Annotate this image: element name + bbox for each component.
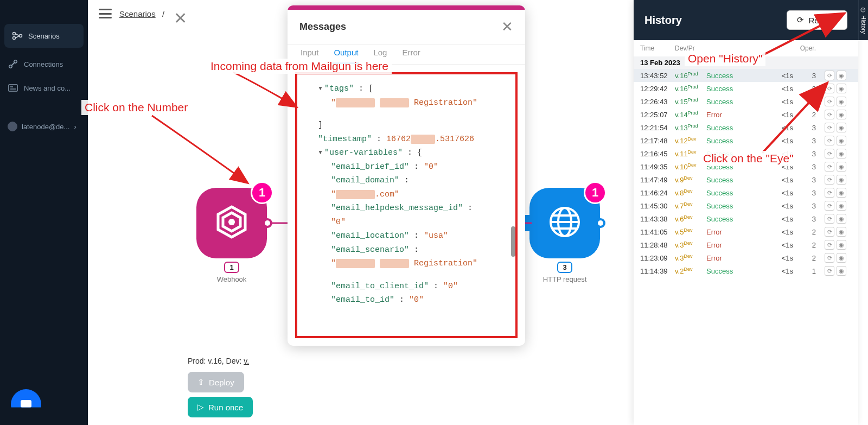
history-rows: 13:43:52v.16ProdSuccess<1s3⟳◉12:29:42v.1… xyxy=(634,69,858,277)
run-once-button[interactable]: ▷ Run once xyxy=(188,397,253,417)
history-row[interactable]: 11:23:09v.3DevError<1s2⟳◉ xyxy=(634,251,858,264)
sidebar-item-scenarios[interactable]: Scenarios xyxy=(4,24,84,48)
history-row[interactable]: 12:21:54v.13ProdSuccess<1s3⟳◉ xyxy=(634,121,858,134)
rerun-icon[interactable]: ⟳ xyxy=(825,266,834,276)
row-duration: <1s xyxy=(769,202,793,210)
row-duration: <1s xyxy=(769,228,793,236)
rerun-icon[interactable]: ⟳ xyxy=(825,136,834,145)
row-duration: <1s xyxy=(769,241,793,249)
rerun-icon[interactable]: ⟳ xyxy=(825,240,834,250)
row-version: v.16Prod xyxy=(675,71,706,80)
node-port-out[interactable] xyxy=(596,218,605,228)
node-label: Webhook xyxy=(196,275,267,283)
sidebar-item-label: Connections xyxy=(24,60,63,68)
row-status: Error xyxy=(706,228,769,236)
news-icon xyxy=(8,83,18,93)
rerun-icon[interactable]: ⟳ xyxy=(825,188,834,198)
eye-icon[interactable]: ◉ xyxy=(837,123,846,132)
eye-icon[interactable]: ◉ xyxy=(837,214,846,224)
row-duration: <1s xyxy=(769,176,793,184)
sidebar-user[interactable]: latenode@de... › xyxy=(0,116,88,137)
clock-icon: ◷ xyxy=(860,6,867,13)
close-icon[interactable]: ✕ xyxy=(501,18,513,35)
history-row[interactable]: 13:43:52v.16ProdSuccess<1s3⟳◉ xyxy=(634,69,858,82)
node-webhook[interactable]: 1 1 Webhook xyxy=(196,188,267,283)
refresh-button[interactable]: ⟳ Refresh xyxy=(787,10,847,30)
eye-icon[interactable]: ◉ xyxy=(837,71,846,80)
svg-point-2 xyxy=(20,35,22,37)
row-oper: 3 xyxy=(793,189,816,197)
breadcrumb-root[interactable]: Scenarios xyxy=(119,9,156,18)
eye-icon[interactable]: ◉ xyxy=(837,188,846,198)
history-row[interactable]: 12:29:42v.16ProdSuccess<1s3⟳◉ xyxy=(634,82,858,95)
row-status: Success xyxy=(706,267,769,275)
node-badge[interactable]: 1 xyxy=(584,181,607,204)
node-count: 3 xyxy=(557,262,572,273)
svg-line-3 xyxy=(15,34,20,36)
history-row[interactable]: 11:46:24v.8DevSuccess<1s3⟳◉ xyxy=(634,186,858,199)
history-side-tab[interactable]: ◷ History xyxy=(858,0,868,40)
rerun-icon[interactable]: ⟳ xyxy=(825,71,834,80)
eye-icon[interactable]: ◉ xyxy=(837,253,846,263)
hamburger-icon[interactable] xyxy=(99,9,112,18)
sidebar-item-news[interactable]: News and co... xyxy=(0,76,88,100)
history-row[interactable]: 12:17:48v.12DevSuccess<1s3⟳◉ xyxy=(634,134,858,147)
svg-rect-19 xyxy=(21,400,31,408)
user-email: latenode@de... xyxy=(22,123,69,131)
history-row[interactable]: 12:26:43v.15ProdSuccess<1s3⟳◉ xyxy=(634,95,858,108)
deploy-button[interactable]: ⇧ Deploy xyxy=(188,372,244,392)
row-version: v.2Dev xyxy=(675,267,706,275)
history-row[interactable]: 11:47:49v.9DevSuccess<1s3⟳◉ xyxy=(634,173,858,186)
rerun-icon[interactable]: ⟳ xyxy=(825,123,834,132)
rerun-icon[interactable]: ⟳ xyxy=(825,175,834,185)
rerun-icon[interactable]: ⟳ xyxy=(825,84,834,93)
eye-icon[interactable]: ◉ xyxy=(837,136,846,145)
rerun-icon[interactable]: ⟳ xyxy=(825,253,834,263)
chevron-right-icon: › xyxy=(74,123,76,131)
row-version: v.16Prod xyxy=(675,84,706,93)
eye-icon[interactable]: ◉ xyxy=(837,97,846,106)
history-row[interactable]: 11:28:48v.3DevError<1s2⟳◉ xyxy=(634,238,858,251)
tab-error[interactable]: Error xyxy=(401,45,421,64)
row-duration: <1s xyxy=(769,72,793,80)
eye-icon[interactable]: ◉ xyxy=(837,110,846,119)
eye-icon[interactable]: ◉ xyxy=(837,266,846,276)
node-badge[interactable]: 1 xyxy=(251,181,273,204)
history-row[interactable]: 11:45:30v.7DevSuccess<1s3⟳◉ xyxy=(634,199,858,212)
history-row[interactable]: 11:41:05v.5DevError<1s2⟳◉ xyxy=(634,225,858,238)
footer-controls: Prod: v.16, Dev: v. ⇧ Deploy ▷ Run once xyxy=(188,357,253,417)
row-oper: 2 xyxy=(793,228,816,236)
sidebar-item-connections[interactable]: Connections xyxy=(0,52,88,76)
history-row[interactable]: 12:25:07v.14ProdError<1s2⟳◉ xyxy=(634,108,858,121)
eye-icon[interactable]: ◉ xyxy=(837,149,846,158)
upload-icon: ⇧ xyxy=(197,377,205,387)
row-time: 13:43:52 xyxy=(640,72,675,80)
rerun-icon[interactable]: ⟳ xyxy=(825,149,834,158)
rerun-icon[interactable]: ⟳ xyxy=(825,162,834,172)
rerun-icon[interactable]: ⟳ xyxy=(825,110,834,119)
annotation-click-number: Click on the Number xyxy=(81,100,191,115)
rerun-icon[interactable]: ⟳ xyxy=(825,201,834,211)
history-row[interactable]: 11:14:39v.2DevSuccess<1s1⟳◉ xyxy=(634,264,858,277)
eye-icon[interactable]: ◉ xyxy=(837,162,846,172)
row-time: 11:41:05 xyxy=(640,228,675,236)
eye-icon[interactable]: ◉ xyxy=(837,175,846,185)
eye-icon[interactable]: ◉ xyxy=(837,84,846,93)
rerun-icon[interactable]: ⟳ xyxy=(825,227,834,237)
row-time: 12:25:07 xyxy=(640,111,675,119)
eye-icon[interactable]: ◉ xyxy=(837,227,846,237)
breadcrumb-sep: / xyxy=(162,9,164,18)
close-icon[interactable]: ✕ xyxy=(174,9,187,28)
eye-icon[interactable]: ◉ xyxy=(837,240,846,250)
eye-icon[interactable]: ◉ xyxy=(837,201,846,211)
row-time: 12:17:48 xyxy=(640,137,675,145)
rerun-icon[interactable]: ⟳ xyxy=(825,214,834,224)
row-time: 11:45:30 xyxy=(640,202,675,210)
svg-line-4 xyxy=(15,36,20,38)
version-link[interactable]: v. xyxy=(244,357,249,365)
rerun-icon[interactable]: ⟳ xyxy=(825,97,834,106)
scrollbar-thumb[interactable] xyxy=(511,226,515,257)
history-row[interactable]: 11:43:38v.6DevSuccess<1s3⟳◉ xyxy=(634,212,858,225)
row-duration: <1s xyxy=(769,85,793,93)
node-http[interactable]: 1 3 HTTP request xyxy=(529,188,600,283)
